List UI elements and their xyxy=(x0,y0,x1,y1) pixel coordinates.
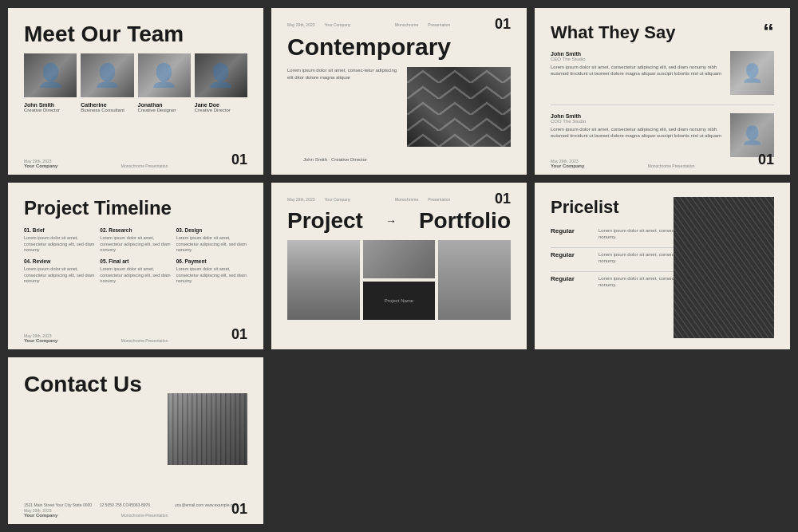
timeline-item-4: 04. Review Lorem ipsum dolor sit amet, c… xyxy=(24,258,95,285)
portfolio-header-company: Your Company xyxy=(324,197,350,202)
timeline-item-2: 02. Research Lorem ipsum dolor sit amet,… xyxy=(100,227,171,254)
timeline-text-5: Lorem ipsum dolor sit amet, consectetur … xyxy=(100,266,171,285)
footer-type: Monochrome Presentation xyxy=(121,164,168,168)
portfolio-title-right: Portfolio xyxy=(419,208,511,234)
t-footer-type: Monochrome Presentation xyxy=(648,164,695,168)
header-type-label: Monochrome xyxy=(395,22,418,27)
quote-mark: “ xyxy=(763,19,774,45)
portfolio-image-4: Project Name xyxy=(363,282,436,320)
team-member-3: Jonathan Creative Designer xyxy=(138,102,191,112)
member-name-1: John Smith xyxy=(24,102,77,108)
testimonials-footer: May 29th, 2023 Your Company Monochrome P… xyxy=(551,152,774,168)
slide-timeline: Project Timeline 01. Brief Lorem ipsum d… xyxy=(8,183,263,349)
header-subtype-label: Presentation xyxy=(428,22,450,27)
face-icon-3: 👤 xyxy=(138,53,191,97)
pricelist-image xyxy=(674,197,774,338)
person1-face: 👤 xyxy=(730,51,774,95)
team-photo-3: 👤 xyxy=(138,53,191,97)
team-photo-4: 👤 xyxy=(195,53,247,97)
chevron-pattern xyxy=(407,67,511,147)
tl-footer-type: Monochrome Presentation xyxy=(121,338,168,343)
header-date: May 29th, 2023 xyxy=(287,22,314,27)
timeline-text-6: Lorem ipsum dolor sit amet, consectetur … xyxy=(176,266,247,285)
contemporary-image xyxy=(407,67,511,147)
timeline-title: Project Timeline xyxy=(24,197,247,219)
c-footer-left: May 29th, 2023 Your Company xyxy=(24,508,57,518)
member-name-2: Catherine xyxy=(81,102,133,108)
slide-testimonials: What They Say “ John Smith CEO The Studi… xyxy=(535,8,790,175)
tl-slide-number: 01 xyxy=(231,326,247,343)
team-footer: May 29th, 2023 Your Company Monochrome P… xyxy=(24,152,247,168)
member-role-4: Creative Director xyxy=(195,108,247,112)
testimonial-2: John Smith COO The Studio Lorem ipsum do… xyxy=(551,113,774,157)
timeline-footer: May 29th, 2023 Your Company Monochrome P… xyxy=(24,326,247,343)
contact-image xyxy=(168,393,247,465)
portfolio-header: May 29th, 2023 Your Company Monochrome P… xyxy=(287,191,511,207)
team-member-4: Jane Doe Creative Director xyxy=(195,102,247,112)
timeline-item-5: 05. Final art Lorem ipsum dolor sit amet… xyxy=(100,258,171,285)
testimonial-1: John Smith CEO The Studio Lorem ipsum do… xyxy=(551,51,774,95)
portfolio-header-date: May 29th, 2023 xyxy=(287,197,314,202)
team-photo-2: 👤 xyxy=(81,53,133,97)
timeline-grid: 01. Brief Lorem ipsum dolor sit amet, co… xyxy=(24,227,247,285)
contemporary-header: May 29th, 2023 Your Company Monochrome P… xyxy=(287,16,511,33)
portfolio-titles: Project → Portfolio xyxy=(287,208,511,234)
member-name-4: Jane Doe xyxy=(195,102,247,108)
portfolio-image-3 xyxy=(438,240,511,320)
timeline-item-3: 03. Design Lorem ipsum dolor sit amet, c… xyxy=(176,227,247,254)
testimonial-role-2: COO The Studio xyxy=(551,119,724,124)
pricelist-layout: Pricelist Regular Lorem ipsum dolor sit … xyxy=(551,197,774,338)
tl-footer-left: May 29th, 2023 Your Company xyxy=(24,333,57,343)
member-role-2: Business Consultant xyxy=(81,108,133,112)
contact-image-inner xyxy=(168,393,247,465)
team-photos: 👤 👤 👤 👤 xyxy=(24,53,247,97)
header-company: Your Company xyxy=(324,22,350,27)
footer-left: May 29th, 2023 Your Company xyxy=(24,159,57,168)
face-icon-t1: 👤 xyxy=(730,51,774,95)
slide-team: Meet Our Team 👤 👤 👤 👤 John Smith Creativ… xyxy=(8,8,263,175)
portfolio-arrow: → xyxy=(363,215,419,227)
testimonials-title: What They Say xyxy=(551,22,774,43)
portfolio-image-1 xyxy=(287,240,360,320)
slide-portfolio: May 29th, 2023 Your Company Monochrome P… xyxy=(271,183,527,349)
testimonial-name-1: John Smith xyxy=(551,51,724,57)
team-photo-1: 👤 xyxy=(24,53,77,97)
testimonial-role-1: CEO The Studio xyxy=(551,57,724,61)
tl-footer-company: Your Company xyxy=(24,338,57,343)
team-members: John Smith Creative Director Catherine B… xyxy=(24,102,247,112)
c-footer-type: Monochrome Presentation xyxy=(121,513,168,518)
portfolio-images: Project Name xyxy=(287,240,511,320)
chevron-svg xyxy=(407,67,511,147)
testimonial-quote-1: Lorem ipsum dolor sit amet, consectetur … xyxy=(551,64,724,77)
header-type: Monochrome Presentation xyxy=(395,22,450,27)
timeline-step-2: 02. Research xyxy=(100,227,171,233)
member-name-3: Jonathan xyxy=(138,102,191,108)
portfolio-subtype-label: Presentation xyxy=(428,197,450,202)
t-slide-number: 01 xyxy=(758,152,774,168)
team-member-2: Catherine Business Consultant xyxy=(81,102,133,112)
timeline-step-1: 01. Brief xyxy=(24,227,95,233)
c-slide-number: 01 xyxy=(231,501,247,518)
testimonial-photo-1: 👤 xyxy=(730,51,774,95)
slide-pricelist: Pricelist Regular Lorem ipsum dolor sit … xyxy=(535,183,790,349)
timeline-item-1: 01. Brief Lorem ipsum dolor sit amet, co… xyxy=(24,227,95,254)
portfolio-header-meta: May 29th, 2023 Your Company xyxy=(287,197,350,202)
slide-contemporary: May 29th, 2023 Your Company Monochrome P… xyxy=(271,8,527,175)
stripe-svg xyxy=(674,197,774,338)
timeline-step-4: 04. Review xyxy=(24,258,95,264)
timeline-item-6: 06. Payment Lorem ipsum dolor sit amet, … xyxy=(176,258,247,285)
timeline-text-2: Lorem ipsum dolor sit amet, consectetur … xyxy=(100,235,171,254)
t-footer-company: Your Company xyxy=(551,164,584,168)
timeline-step-3: 03. Design xyxy=(176,227,247,233)
face-icon-2: 👤 xyxy=(81,53,133,97)
contemporary-body: Lorem ipsum dolor sit amet, consec-tetur… xyxy=(287,67,399,147)
member-role-1: Creative Director xyxy=(24,108,77,112)
testimonial-photo-2: 👤 xyxy=(730,113,774,157)
t-footer-left: May 29th, 2023 Your Company xyxy=(551,159,584,168)
footer-author: John Smith · Creative Director xyxy=(303,157,367,162)
portfolio-type-label: Monochrome xyxy=(395,197,418,202)
c-footer-company: Your Company xyxy=(24,513,57,518)
team-member-1: John Smith Creative Director xyxy=(24,102,77,112)
timeline-text-3: Lorem ipsum dolor sit amet, consectetur … xyxy=(176,235,247,254)
timeline-step-6: 06. Payment xyxy=(176,258,247,264)
